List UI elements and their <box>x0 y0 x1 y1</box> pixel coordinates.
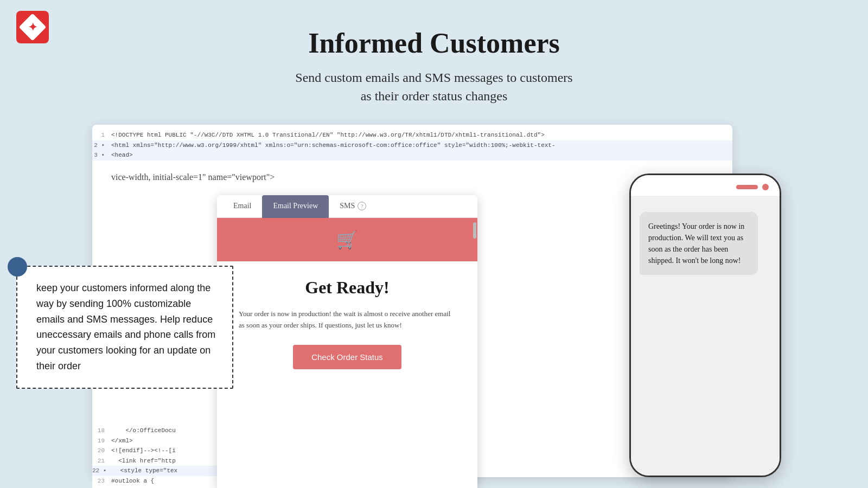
phone-pill <box>736 185 758 189</box>
phone-dot <box>762 184 769 190</box>
sms-message-bubble: Greetings! Your order is now in producti… <box>640 212 758 275</box>
tab-sms[interactable]: SMS ? <box>329 195 377 218</box>
email-preview-content: 🛒 Get Ready! Your order is now in produc… <box>217 218 477 386</box>
callout-text: keep your customers informed along the w… <box>36 280 219 374</box>
logo: ✦ <box>16 11 49 43</box>
email-body: Get Ready! Your order is now in producti… <box>217 261 477 386</box>
code-line-2: 2 • <html xmlns="http://www.w3.org/1999/… <box>92 140 732 151</box>
email-header-bar: 🛒 <box>217 218 477 261</box>
logo-icon: ✦ <box>19 14 47 41</box>
email-preview-title: Get Ready! <box>239 278 456 298</box>
sms-help-icon: ? <box>358 202 366 210</box>
phone-mockup: Greetings! Your order is now in producti… <box>629 174 781 477</box>
header: Informed Customers Send custom emails an… <box>0 0 868 105</box>
tab-email[interactable]: Email <box>222 195 262 218</box>
page-subtitle: Send custom emails and SMS messages to c… <box>0 69 868 105</box>
email-tabs: Email Email Preview SMS ? <box>217 195 477 218</box>
tab-email-preview[interactable]: Email Preview <box>262 195 329 218</box>
email-preview-panel: Email Email Preview SMS ? 🛒 Get Ready! Y… <box>217 195 477 488</box>
phone-notch <box>631 175 780 196</box>
callout-box: keep your customers informed along the w… <box>16 266 233 389</box>
email-preview-body: Your order is now in production! the wai… <box>239 309 456 331</box>
check-order-button[interactable]: Check Order Status <box>293 345 401 369</box>
code-lines-top: 1 <!DOCTYPE html PUBLIC "-//W3C//DTD XHT… <box>92 125 732 166</box>
cart-icon: 🛒 <box>336 229 358 250</box>
callout-indicator-dot <box>8 257 27 277</box>
code-line-1: 1 <!DOCTYPE html PUBLIC "-//W3C//DTD XHT… <box>92 130 732 140</box>
page-title: Informed Customers <box>0 27 868 59</box>
content-area: 1 <!DOCTYPE html PUBLIC "-//W3C//DTD XHT… <box>0 119 868 488</box>
code-line-3: 3 • <head> <box>92 150 732 160</box>
phone-screen: Greetings! Your order is now in producti… <box>631 196 780 476</box>
scrollbar[interactable] <box>473 222 476 239</box>
